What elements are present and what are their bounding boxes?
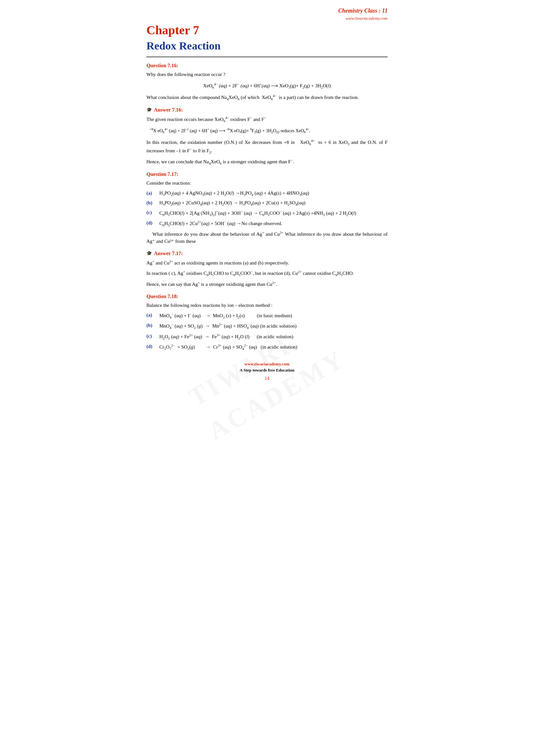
reaction-717b: (b) H3PO2(aq) + 2CuSO4(aq) + 2 H2O(l) → …	[147, 199, 387, 207]
chapter-subtitle: Redox Reaction	[147, 38, 387, 54]
brand-url: www.tiwariacademy.com	[338, 15, 387, 22]
question-717-inference: What inference do you draw about the beh…	[147, 230, 387, 245]
answer-716-section: 🎓 Answer 7.16: The given reaction occurs…	[147, 106, 387, 166]
reaction-717c-content: C6H5CHO(l) + 2[Ag (NH3)2]+(aq) + 3OH− (a…	[159, 209, 387, 217]
answer-717-text3: Hence, we can say that Ag+ is a stronger…	[147, 280, 387, 288]
header-divider	[147, 57, 387, 57]
question-717-intro: Consider the reactions:	[147, 179, 387, 187]
question-716-section: Question 7.16: Why does the following re…	[147, 62, 387, 101]
reaction-717b-label: (b)	[147, 199, 155, 207]
answer-717-text2: In reaction ( c), Ag+ oxidises C6H5CHO t…	[147, 269, 387, 278]
header: Chemistry Class : 11 www.tiwariacademy.c…	[147, 7, 387, 22]
answer-717-text1: Ag+ and Cu2+ act as oxidising agents in …	[147, 259, 387, 267]
answer-717-section: 🎓 Answer 7.17: Ag+ and Cu2+ act as oxidi…	[147, 250, 387, 288]
answer-716-text1: The given reaction occurs because XeO64−…	[147, 115, 387, 123]
reaction-717a-content: H3PO2(aq) + 4 AgNO3(aq) + 2 H2O(l) →H3PO…	[159, 189, 387, 197]
reaction-717c-label: (c)	[147, 209, 155, 216]
reaction-717d: (d) C6H5CHO(l) + 2Cu2+(aq) + 5OH− (aq) →…	[147, 219, 387, 228]
reaction-717b-content: H3PO2(aq) + 2CuSO4(aq) + 2 H2O(l) → H3PO…	[159, 199, 387, 207]
answer-717-heading: 🎓 Answer 7.17:	[147, 250, 387, 257]
reaction-718b-label: (b)	[147, 322, 155, 329]
reaction-718c-content: H2O2 (aq) + Fe2+ (aq) → Fe3+ (aq) + H2O …	[159, 333, 387, 341]
question-716-text2: What conclusion about the compound Na4Xe…	[147, 93, 387, 101]
answer-716-text2: In this reaction, the oxidation number (…	[147, 138, 387, 155]
answer-716-heading: 🎓 Answer 7.16:	[147, 106, 387, 114]
question-717-section: Question 7.17: Consider the reactions: (…	[147, 171, 387, 245]
brand-block: Chemistry Class : 11 www.tiwariacademy.c…	[338, 7, 387, 22]
equation-716: XeO64− (aq) + 2F− (aq) + 6H+(aq) ⟶ XeO3(…	[147, 81, 387, 90]
reaction-717c: (c) C6H5CHO(l) + 2[Ag (NH3)2]+(aq) + 3OH…	[147, 209, 387, 217]
reaction-717d-label: (d)	[147, 219, 155, 227]
reaction-718c-label: (c)	[147, 333, 155, 340]
question-716-heading: Question 7.16:	[147, 62, 387, 69]
page-number: 14	[147, 375, 387, 382]
reaction-718c: (c) H2O2 (aq) + Fe2+ (aq) → Fe3+ (aq) + …	[147, 333, 387, 341]
reaction-718b-content: MnO4− (aq) + SO2 (g) → Mn2+ (aq) + HSO4−…	[159, 322, 387, 330]
footer-url: www.tiwariacademy.com	[147, 361, 387, 367]
reaction-718d-label: (d)	[147, 343, 155, 350]
answer-716-equation: +8X eO64+ (aq) + 2F-1 (aq) + 6H+ (aq) ⟶ …	[150, 127, 387, 135]
reaction-718d-content: Cr2O72− + SO2(g) → Cr3+ (aq) + SO42− (aq…	[159, 343, 387, 351]
question-718-heading: Question 7.18:	[147, 293, 387, 300]
reaction-718a: (a) MnO4− (aq) + I− (aq) → MnO2 (s) + I2…	[147, 311, 387, 320]
answer-717-icon: 🎓	[147, 250, 152, 257]
answer-716-text3: Hence, we can conclude that Na4XeO6 is a…	[147, 157, 387, 166]
question-717-heading: Question 7.17:	[147, 171, 387, 178]
brand-title: Chemistry Class : 11	[338, 7, 387, 15]
reaction-717a-label: (a)	[147, 189, 155, 197]
reaction-717d-content: C6H5CHO(l) + 2Cu2+(aq) + 5OH− (aq) →No c…	[159, 219, 387, 228]
reaction-718d: (d) Cr2O72− + SO2(g) → Cr3+ (aq) + SO42−…	[147, 343, 387, 351]
question-718-section: Question 7.18: Balance the following red…	[147, 293, 387, 351]
footer-tagline: A Step towards free Education	[147, 367, 387, 373]
question-718-intro: Balance the following redox reactions by…	[147, 302, 387, 309]
chapter-label: Chapter 7	[147, 23, 387, 38]
footer: www.tiwariacademy.com A Step towards fre…	[147, 361, 387, 382]
reaction-718b: (b) MnO4− (aq) + SO2 (g) → Mn2+ (aq) + H…	[147, 322, 387, 330]
reaction-717a: (a) H3PO2(aq) + 4 AgNO3(aq) + 2 H2O(l) →…	[147, 189, 387, 197]
question-716-text1: Why does the following reaction occur ?	[147, 71, 387, 78]
answer-icon: 🎓	[147, 106, 152, 113]
reaction-718a-content: MnO4− (aq) + I− (aq) → MnO2 (s) + I2(s) …	[159, 311, 387, 320]
reaction-718a-label: (a)	[147, 311, 155, 319]
